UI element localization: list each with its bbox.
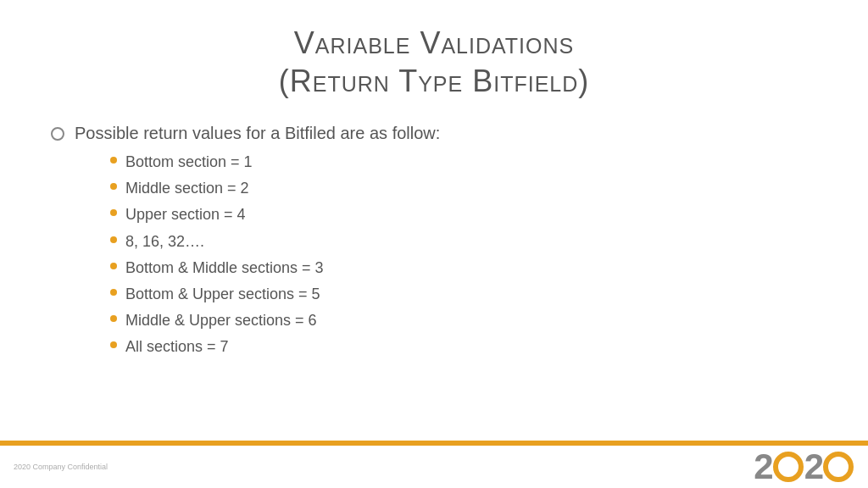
main-bullet: Possible return values for a Bitfiled ar… <box>51 124 817 143</box>
list-item-text: Bottom & Upper sections = 5 <box>125 284 320 305</box>
dot-bullet-icon <box>110 209 117 216</box>
logo-circle-icon <box>773 452 804 482</box>
list-item: Bottom & Middle sections = 3 <box>110 258 817 279</box>
title-line2: (Return Type Bitfield) <box>279 64 590 98</box>
list-item: Bottom & Upper sections = 5 <box>110 284 817 305</box>
content-area: Possible return values for a Bitfiled ar… <box>0 115 868 441</box>
dot-bullet-icon <box>110 263 117 269</box>
dot-bullet-icon <box>110 289 117 296</box>
dot-bullet-icon <box>110 183 117 190</box>
dot-bullet-icon <box>110 341 117 348</box>
footer-area: 2020 Company Confidential 2 2 <box>0 446 868 488</box>
list-item-text: Middle section = 2 <box>125 178 249 199</box>
dot-bullet-icon <box>110 315 117 322</box>
list-item: Upper section = 4 <box>110 204 817 225</box>
title-line1: Variable Validations <box>294 25 574 60</box>
list-item: Middle & Upper sections = 6 <box>110 310 817 331</box>
list-item: Middle section = 2 <box>110 178 817 199</box>
logo-text-2: 2 <box>754 449 771 485</box>
dot-bullet-icon <box>110 157 117 164</box>
slide: Variable Validations (Return Type Bitfie… <box>0 0 868 488</box>
sub-list: Bottom section = 1 Middle section = 2 Up… <box>51 152 817 358</box>
list-item-text: Bottom & Middle sections = 3 <box>125 258 324 279</box>
list-item: All sections = 7 <box>110 336 817 358</box>
slide-title: Variable Validations (Return Type Bitfie… <box>68 24 800 100</box>
dot-bullet-icon <box>110 236 117 243</box>
logo: 2 2 <box>754 449 854 485</box>
list-item-text: Bottom section = 1 <box>125 152 253 173</box>
circle-bullet-icon <box>51 127 64 141</box>
list-item-text: 8, 16, 32…. <box>125 231 204 252</box>
title-area: Variable Validations (Return Type Bitfie… <box>0 0 868 115</box>
logo-circle-icon-2 <box>823 452 854 482</box>
main-bullet-text: Possible return values for a Bitfiled ar… <box>75 124 440 143</box>
list-item: 8, 16, 32…. <box>110 231 817 252</box>
footer-confidential-text: 2020 Company Confidential <box>14 463 108 471</box>
list-item-text: Upper section = 4 <box>125 204 246 225</box>
list-item-text: Middle & Upper sections = 6 <box>125 310 317 331</box>
list-item: Bottom section = 1 <box>110 152 817 173</box>
logo-text-20: 2 <box>804 449 822 485</box>
list-item-text: All sections = 7 <box>125 336 229 358</box>
